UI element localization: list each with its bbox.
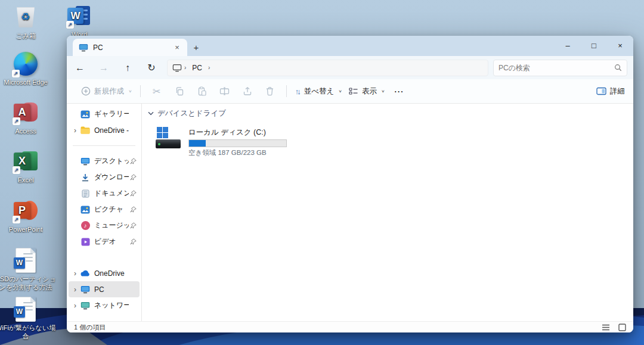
desktop-icon-powerpoint[interactable]: P ↗ PowerPoint [0, 198, 57, 234]
share-icon [243, 86, 252, 96]
search-input[interactable] [499, 64, 614, 72]
sidebar-item-pc[interactable]: › PC [69, 281, 140, 297]
chevron-right-icon[interactable]: › [71, 285, 79, 294]
desktop-icon-label: WiFiが繋がらない場合 [0, 324, 57, 341]
sidebar-item-gallery[interactable]: ギャラリー [69, 106, 140, 122]
desktop-icon-label: SSDのパーティションを分割する方法 [0, 275, 57, 292]
view-button[interactable]: 表示 ˅ [345, 82, 388, 101]
plus-circle-icon [81, 86, 91, 96]
copy-icon [175, 86, 184, 96]
chevron-right-icon: › [207, 64, 211, 71]
monitor-icon [79, 285, 91, 294]
pictures-icon [79, 206, 91, 214]
delete-button[interactable] [259, 82, 281, 101]
pin-icon [129, 174, 137, 181]
monitor-icon [79, 43, 88, 52]
recycle-glyph: ♻ [17, 7, 35, 27]
desktop-icon-label: ごみ箱 [16, 32, 36, 41]
network-icon [79, 302, 91, 310]
desktop-icon-label: Access [15, 128, 36, 136]
details-view-toggle[interactable] [602, 324, 610, 331]
sidebar-item-network[interactable]: › ネットワーク [69, 297, 140, 313]
desktop-folder-icon [79, 157, 91, 166]
shortcut-arrow-icon: ↗ [66, 21, 74, 29]
paste-icon [197, 86, 207, 96]
excel-icon: X ↗ [13, 149, 38, 174]
close-button[interactable]: × [607, 36, 633, 55]
shortcut-arrow-icon: ↗ [13, 166, 20, 174]
shortcut-arrow-icon: ↗ [12, 70, 20, 77]
cut-button[interactable]: ✂ [145, 82, 168, 101]
item-count: 1 個の項目 [74, 323, 106, 332]
address-bar[interactable]: › PC › [167, 60, 488, 76]
minimize-button[interactable]: – [555, 36, 581, 55]
chevron-right-icon[interactable]: › [71, 302, 79, 310]
breadcrumb-pc[interactable]: PC [188, 63, 206, 73]
access-icon: A ↗ [13, 100, 38, 125]
sidebar-item-videos[interactable]: ビデオ [69, 234, 140, 250]
desktop-icon-edge[interactable]: ↗ Microsoft Edge [0, 51, 57, 87]
drive-free-space: 空き領域 187 GB/223 GB [188, 148, 287, 157]
navigation-pane: ギャラリー › OneDrive - Pers デスクトップ [67, 104, 142, 332]
search-box [493, 60, 627, 76]
desktop-icon-word-shortcut[interactable]: W ↗ Word [48, 4, 110, 39]
copy-button[interactable] [168, 82, 191, 101]
drive-item-local-disk-c[interactable]: ローカル ディスク (C:) 空き領域 187 GB/223 GB [154, 125, 297, 159]
drive-name: ローカル ディスク (C:) [188, 128, 287, 138]
status-bar: 1 個の項目 [67, 321, 633, 332]
details-label: 詳細 [610, 86, 625, 97]
sidebar-item-onedrive-personal[interactable]: › OneDrive - Pers [69, 122, 140, 138]
local-disk-icon [156, 127, 183, 150]
new-tab-button[interactable]: + [187, 39, 205, 56]
chevron-down-icon [148, 111, 154, 116]
large-icons-view-toggle[interactable] [618, 324, 626, 331]
monitor-icon [172, 64, 182, 72]
forward-button[interactable]: → [92, 58, 116, 77]
video-icon [79, 238, 91, 246]
maximize-button[interactable]: □ [581, 36, 607, 55]
sidebar-item-music[interactable]: ♪ ミュージック [69, 217, 140, 234]
pin-icon [129, 206, 137, 213]
edge-icon: ↗ [13, 51, 38, 76]
sort-label: 並べ替え [304, 86, 335, 97]
chevron-down-icon: ˅ [129, 89, 132, 94]
back-button[interactable]: ← [68, 58, 92, 77]
paste-button[interactable] [191, 82, 213, 101]
sort-button[interactable]: ↑↓ 並べ替え ˅ [292, 82, 345, 101]
sidebar-item-downloads[interactable]: ダウンロード [69, 169, 140, 185]
sidebar-item-onedrive[interactable]: › OneDrive [69, 265, 140, 281]
sidebar-item-pictures[interactable]: ピクチャ [69, 201, 140, 217]
gallery-icon [79, 110, 91, 119]
desktop-icon-excel[interactable]: X ↗ Excel [0, 149, 57, 185]
new-button[interactable]: 新規作成 ˅ [78, 82, 135, 101]
recycle-bin-icon: ♻ [13, 5, 38, 30]
desktop-icon-word-doc-ssd[interactable]: W SSDのパーティションを分割する方法 [0, 248, 57, 292]
up-button[interactable]: ↑ [116, 58, 140, 77]
desktop-icon-access[interactable]: A ↗ Access [0, 100, 57, 136]
group-header-devices[interactable]: デバイスとドライブ [148, 107, 633, 120]
pin-icon [129, 222, 137, 229]
tab-pc[interactable]: PC × [73, 39, 187, 56]
tab-close-button[interactable]: × [172, 42, 182, 53]
pin-icon [129, 190, 137, 197]
chevron-right-icon[interactable]: › [71, 269, 79, 278]
desktop-icon-word-doc-wifi[interactable]: W WiFiが繋がらない場合 [0, 297, 57, 341]
more-button[interactable]: ⋯ [388, 82, 410, 101]
rename-button[interactable] [213, 82, 236, 101]
chevron-down-icon: ˅ [382, 89, 385, 94]
refresh-button[interactable]: ↻ [140, 58, 163, 77]
content-area: デバイスとドライブ ローカル ディスク (C:) 空き領域 187 GB/223… [142, 104, 633, 332]
view-label: 表示 [362, 86, 377, 97]
sort-arrows-icon: ↑↓ [295, 87, 299, 96]
share-button[interactable] [236, 82, 259, 101]
sidebar-item-desktop[interactable]: デスクトップ [69, 153, 140, 169]
word-document-icon: W [13, 248, 38, 273]
download-icon [79, 173, 91, 182]
sidebar-item-documents[interactable]: ドキュメント [69, 185, 140, 201]
details-pane-button[interactable]: 詳細 [596, 86, 625, 97]
tab-title: PC [93, 43, 167, 52]
pin-icon [129, 238, 137, 245]
chevron-right-icon[interactable]: › [71, 126, 79, 135]
new-label: 新規作成 [94, 86, 124, 97]
search-icon [614, 64, 622, 72]
